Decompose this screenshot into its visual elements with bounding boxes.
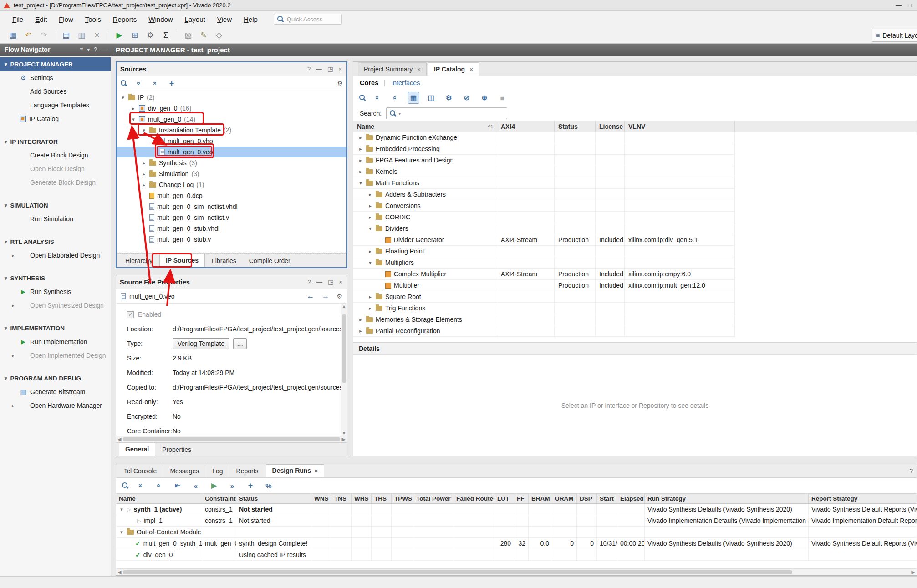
catalog-row-dividers[interactable]: ▾Dividers — [353, 223, 917, 234]
catalog-row-embedded-processing[interactable]: ▸Embedded Processing — [353, 143, 917, 155]
menu-flow[interactable]: Flow — [53, 14, 79, 25]
chevron-down-icon[interactable]: ▾ — [131, 117, 136, 122]
add-sources-icon[interactable]: + — [167, 78, 177, 88]
run-row-mult-gen-0-synth-1[interactable]: ✓mult_gen_0_synth_1mult_gen_0synth_desig… — [116, 538, 917, 549]
edit-icon[interactable]: ✎ — [196, 29, 211, 42]
catalog-row-adders-subtracters[interactable]: ▸Adders & Subtracters — [353, 189, 917, 200]
source-tree-item-ip[interactable]: ▾IP(2) — [117, 92, 346, 103]
close-icon[interactable]: × — [314, 467, 318, 474]
chevron-down-icon[interactable]: ▾ — [119, 529, 124, 535]
help-icon[interactable]: ? — [909, 467, 913, 475]
chevron-right-icon[interactable]: ▸ — [358, 135, 363, 141]
column-header-status[interactable]: Status — [236, 494, 311, 503]
vertical-scrollbar[interactable]: ▲▼ — [341, 304, 347, 436]
menu-reports[interactable]: Reports — [107, 14, 143, 25]
column-header-report-strategy[interactable]: Report Strategy — [809, 494, 917, 503]
run-row-out-of-context-module-runs[interactable]: ▾Out-of-Context Module Runs — [116, 527, 917, 538]
column-header-constraints[interactable]: Constraints — [202, 494, 236, 503]
chevron-right-icon[interactable]: ▸ — [358, 169, 363, 175]
close-icon[interactable]: × — [417, 66, 421, 73]
first-icon[interactable]: ⇤ — [172, 480, 183, 492]
column-header-total-power[interactable]: Total Power — [413, 494, 453, 503]
horizontal-scrollbar[interactable]: ◀▶ — [116, 568, 917, 575]
highlight-icon[interactable]: ▧ — [181, 29, 195, 42]
column-header-status[interactable]: Status — [555, 121, 596, 132]
sidebar-item-open-synthesized-design[interactable]: ▸Open Synthesized Design — [0, 299, 111, 312]
redo-icon[interactable]: ↷ — [36, 29, 51, 42]
sidebar-item-run-implementation[interactable]: ▶Run Implementation — [0, 335, 111, 349]
float-icon[interactable]: ◳ — [328, 279, 333, 285]
sources-tab-libraries[interactable]: Libraries — [206, 255, 242, 267]
percent-icon[interactable]: % — [263, 480, 275, 492]
collapse-all-icon[interactable]: » — [135, 480, 147, 492]
quick-access-search[interactable]: Quick Access — [274, 14, 342, 25]
collapse-all-icon[interactable]: ≡ — [80, 46, 83, 53]
column-header-whs[interactable]: WHS — [352, 494, 372, 503]
sidebar-item-language-templates[interactable]: Language Templates — [0, 98, 111, 112]
tab-project-summary[interactable]: Project Summary× — [358, 62, 427, 76]
column-header-start[interactable]: Start — [597, 494, 617, 503]
chevron-right-icon[interactable]: ▸ — [358, 146, 363, 152]
menu-view[interactable]: View — [211, 14, 238, 25]
sidebar-item-run-simulation[interactable]: Run Simulation — [0, 212, 111, 226]
collapse-all-icon[interactable]: » — [372, 92, 384, 104]
chevron-down-icon[interactable]: ▾ — [141, 127, 147, 133]
source-tree-item-mult-gen-0[interactable]: ▾mult_gen_0(14) — [117, 114, 346, 125]
license-icon[interactable]: ⊘ — [461, 92, 473, 104]
catalog-row-complex-multiplier[interactable]: Complex MultiplierAXI4-StreamProductionI… — [353, 269, 917, 280]
chevron-right-icon[interactable]: ▸ — [367, 203, 373, 209]
menu-edit[interactable]: Edit — [29, 14, 53, 25]
chevron-right-icon[interactable]: ▸ — [367, 305, 373, 311]
catalog-row-kernels[interactable]: ▸Kernels — [353, 166, 917, 177]
ellipsis-button[interactable]: … — [233, 338, 247, 349]
float-icon[interactable]: ◳ — [327, 66, 333, 72]
source-tree-item-synthesis[interactable]: ▸Synthesis(3) — [117, 157, 346, 168]
probe-icon[interactable]: ◇ — [212, 29, 226, 42]
column-header-failed-routes[interactable]: Failed Routes — [453, 494, 494, 503]
chevron-right-icon[interactable]: ▸ — [131, 106, 136, 112]
sum-icon[interactable]: Σ — [158, 29, 173, 42]
chevron-right-icon[interactable]: ▸ — [358, 328, 363, 334]
catalog-row-cordic[interactable]: ▸CORDIC — [353, 212, 917, 223]
maximize-icon[interactable]: □ — [908, 2, 912, 9]
column-header-ths[interactable]: THS — [372, 494, 392, 503]
properties-gear-icon[interactable]: ⚙ — [336, 293, 342, 300]
minimize-icon[interactable]: — — [316, 66, 322, 72]
sources-tab-ip-sources[interactable]: IP Sources — [159, 254, 205, 267]
column-header-license[interactable]: License — [596, 121, 625, 132]
copy-icon[interactable]: ▥ — [74, 29, 89, 42]
catalog-row-partial-reconfiguration[interactable]: ▸Partial Reconfiguration — [353, 325, 917, 337]
sidebar-item-settings[interactable]: ⚙Settings — [0, 71, 111, 85]
column-header-lut[interactable]: LUT — [494, 494, 514, 503]
sidebar-item-open-elaborated-design[interactable]: ▸Open Elaborated Design — [0, 248, 111, 262]
sidebar-section-rtl-analysis[interactable]: ▾RTL ANALYSIS — [0, 235, 111, 248]
catalog-search-input[interactable]: ▾ — [386, 107, 507, 119]
catalog-view-interfaces[interactable]: Interfaces — [391, 79, 420, 86]
menu-file[interactable]: File — [6, 14, 29, 25]
search-icon[interactable] — [120, 80, 127, 87]
catalog-row-square-root[interactable]: ▸Square Root — [353, 291, 917, 303]
source-tree-item-mult-gen-0-vho[interactable]: mult_gen_0.vho — [117, 136, 346, 147]
menu-help[interactable]: Help — [238, 14, 264, 25]
expand-all-icon[interactable]: « — [390, 92, 402, 104]
search-icon[interactable] — [359, 94, 366, 101]
sidebar-section-implementation[interactable]: ▾IMPLEMENTATION — [0, 321, 111, 335]
horizontal-scrollbar[interactable]: ◀▶ — [116, 436, 347, 442]
column-header-elapsed[interactable]: Elapsed — [617, 494, 645, 503]
next-icon[interactable]: » — [226, 480, 238, 492]
bottom-tab-messages[interactable]: Messages — [164, 465, 205, 477]
back-icon[interactable]: ← — [306, 292, 314, 301]
catalog-row-memories-storage-elements[interactable]: ▸Memories & Storage Elements — [353, 314, 917, 325]
column-header-axi4[interactable]: AXI4 — [497, 121, 555, 132]
sidebar-item-run-synthesis[interactable]: ▶Run Synthesis — [0, 285, 111, 299]
catalog-row-multipliers[interactable]: ▾Multipliers — [353, 257, 917, 269]
bottom-tab-tcl-console[interactable]: Tcl Console — [118, 465, 163, 477]
source-tree-item-mult-gen-0-dcp[interactable]: mult_gen_0.dcp — [117, 190, 346, 201]
run-icon[interactable]: ▶ — [112, 29, 127, 42]
sidebar-item-generate-block-design[interactable]: Generate Block Design — [0, 176, 111, 189]
source-tree-item-mult-gen-0-veo[interactable]: mult_gen_0.veo — [117, 147, 346, 157]
sources-tab-hierarchy[interactable]: Hierarchy — [119, 255, 158, 267]
ip-settings-icon[interactable]: ⚙ — [443, 92, 455, 104]
column-header-tpws[interactable]: TPWS — [392, 494, 413, 503]
chevron-right-icon[interactable]: ▸ — [358, 317, 363, 323]
